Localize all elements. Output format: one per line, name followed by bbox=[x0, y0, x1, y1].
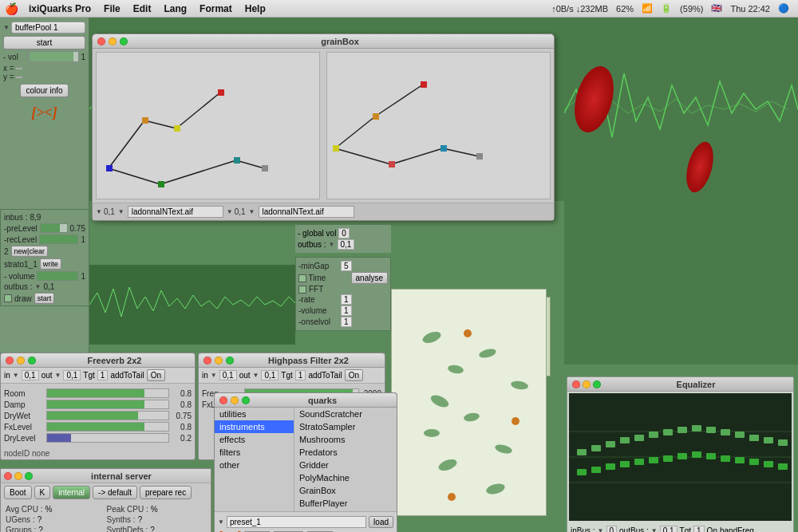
start-button[interactable]: start bbox=[3, 36, 85, 49]
hp-close[interactable] bbox=[203, 357, 211, 365]
freeverb-min[interactable] bbox=[17, 357, 25, 365]
server-max[interactable] bbox=[25, 472, 33, 480]
quark-item-polymachine[interactable]: PolyMachine bbox=[294, 471, 397, 484]
fv-out-value[interactable]: 0,1 bbox=[63, 370, 81, 380]
quarks-min[interactable] bbox=[231, 396, 239, 404]
quark-cat-utilities[interactable]: utilities bbox=[215, 408, 294, 420]
quark-cat-filters[interactable]: filters bbox=[215, 446, 294, 459]
reclevel-slider[interactable] bbox=[39, 234, 78, 244]
onselvol-label: -onselvol bbox=[298, 317, 338, 326]
freeverb-close[interactable] bbox=[6, 357, 14, 365]
eq-min[interactable] bbox=[583, 380, 591, 388]
x-value[interactable] bbox=[16, 68, 22, 69]
menu-app[interactable]: ixiQuarks Pro bbox=[22, 0, 97, 18]
quark-item-stratosampler[interactable]: StratoSampler bbox=[294, 420, 397, 433]
eq-tgt-value[interactable]: 1 bbox=[693, 526, 705, 533]
prepare-rec-button[interactable]: prepare rec bbox=[140, 486, 192, 499]
boot-button[interactable]: Boot bbox=[4, 486, 32, 499]
main-content: ▼ bufferPool 1 start - vol 1 x = y = col… bbox=[0, 18, 798, 532]
grain-canvas-right-svg bbox=[327, 53, 550, 199]
server-close[interactable] bbox=[4, 472, 12, 480]
write-button[interactable]: write bbox=[40, 258, 61, 270]
inbus-panel: inbus : 8,9 -preLevel 0.75 -recLevel 1 2… bbox=[0, 209, 89, 306]
quark-item-predators[interactable]: Predators bbox=[294, 446, 397, 459]
fv-on-button[interactable]: On bbox=[147, 369, 165, 381]
quark-cat-other[interactable]: other bbox=[215, 459, 294, 471]
eq-inbus-value[interactable]: 0 bbox=[606, 526, 618, 533]
menu-help[interactable]: Help bbox=[239, 0, 272, 18]
quarks-max[interactable] bbox=[242, 396, 250, 404]
hp-in-value[interactable]: 0,1 bbox=[219, 370, 237, 380]
default-button[interactable]: -> default bbox=[93, 486, 137, 499]
svg-rect-87 bbox=[333, 145, 339, 152]
time-checkbox[interactable] bbox=[298, 274, 306, 282]
grainbox-canvas-right[interactable] bbox=[326, 52, 551, 199]
quark-item-gridder[interactable]: Gridder bbox=[294, 459, 397, 471]
menu-lang[interactable]: Lang bbox=[157, 0, 193, 18]
freeverb-max[interactable] bbox=[28, 357, 36, 365]
svg-rect-122 bbox=[749, 459, 759, 465]
drywet-label: DryWet bbox=[4, 412, 44, 420]
room-slider[interactable] bbox=[46, 388, 169, 398]
quark-cat-effects[interactable]: effects bbox=[215, 433, 294, 446]
menu-edit[interactable]: Edit bbox=[127, 0, 158, 18]
menu-file[interactable]: File bbox=[97, 0, 127, 18]
svg-rect-115 bbox=[649, 457, 658, 463]
quark-item-mushrooms[interactable]: Mushrooms bbox=[294, 433, 397, 446]
analyse-button[interactable]: analyse bbox=[351, 272, 388, 284]
fv-in-value[interactable]: 0,1 bbox=[22, 370, 39, 380]
internal-button[interactable]: internal bbox=[53, 486, 90, 499]
grainbox-canvas-left[interactable] bbox=[96, 52, 320, 199]
server-min[interactable] bbox=[14, 472, 22, 480]
hp-max[interactable] bbox=[226, 357, 234, 365]
drywet-slider[interactable] bbox=[46, 411, 169, 420]
vol-label: - vol bbox=[3, 53, 27, 61]
eq-display[interactable] bbox=[569, 393, 792, 521]
hp-out-value[interactable]: 0,1 bbox=[261, 370, 279, 380]
eq-close[interactable] bbox=[572, 380, 580, 388]
right-filename[interactable]: ladonnaINText.aif bbox=[259, 206, 354, 218]
close-button[interactable] bbox=[97, 37, 105, 45]
left-filename[interactable]: ladonnaINText.aif bbox=[128, 206, 223, 218]
drylevel-slider[interactable] bbox=[46, 433, 169, 443]
vol-slider[interactable] bbox=[29, 51, 79, 62]
draw-checkbox[interactable] bbox=[4, 294, 12, 302]
avg-cpu-value: % bbox=[45, 505, 53, 514]
eq-max[interactable] bbox=[593, 380, 601, 388]
quark-item-bufferplayer[interactable]: BufferPlayer bbox=[294, 497, 397, 510]
hp-tgt-value[interactable]: 1 bbox=[295, 370, 306, 380]
svg-rect-123 bbox=[764, 461, 773, 467]
menu-format[interactable]: Format bbox=[193, 0, 239, 18]
maximize-button[interactable] bbox=[120, 37, 128, 45]
fv-tgt-label: Tgt bbox=[83, 371, 94, 380]
fxlevel-slider[interactable] bbox=[46, 422, 169, 432]
mingap-value: 5 bbox=[341, 261, 352, 271]
colour-info-button[interactable]: colour info bbox=[20, 84, 68, 97]
damp-slider[interactable] bbox=[46, 400, 169, 409]
quark-item-soundscratcher[interactable]: SoundScratcher bbox=[294, 408, 397, 420]
fft-checkbox[interactable] bbox=[298, 286, 306, 294]
buffer-pool-dropdown[interactable]: bufferPool 1 bbox=[11, 22, 85, 33]
inbus-row: inbus : 8,9 bbox=[4, 213, 85, 222]
hp-min[interactable] bbox=[215, 357, 223, 365]
eq-outbus-value[interactable]: 0,1 bbox=[660, 526, 678, 533]
quark-cat-instruments[interactable]: instruments bbox=[215, 420, 294, 433]
minimize-button[interactable] bbox=[109, 37, 117, 45]
k-button[interactable]: K bbox=[34, 486, 51, 499]
prelevel-slider[interactable] bbox=[40, 223, 68, 233]
apple-menu[interactable]: 🍎 bbox=[0, 2, 22, 15]
hp-on-button[interactable]: On bbox=[345, 369, 363, 381]
new-clear-button[interactable]: new|clear bbox=[11, 246, 48, 257]
load-button[interactable]: load bbox=[369, 516, 393, 528]
quark-item-grainbox[interactable]: GrainBox bbox=[294, 484, 397, 497]
drylevel-fill bbox=[47, 434, 71, 442]
draw-start-button[interactable]: start bbox=[34, 293, 55, 304]
y-label: y = bbox=[3, 73, 14, 81]
left-channel-dropdown[interactable]: ▼ 0,1 bbox=[96, 207, 115, 216]
quarks-close[interactable] bbox=[219, 396, 227, 404]
preset-input[interactable] bbox=[227, 516, 366, 528]
volume-slider[interactable] bbox=[37, 271, 78, 281]
right-channel-dropdown[interactable]: ▼ 0,1 bbox=[227, 207, 246, 216]
fv-tgt-value[interactable]: 1 bbox=[97, 370, 109, 380]
y-value[interactable] bbox=[16, 77, 22, 78]
